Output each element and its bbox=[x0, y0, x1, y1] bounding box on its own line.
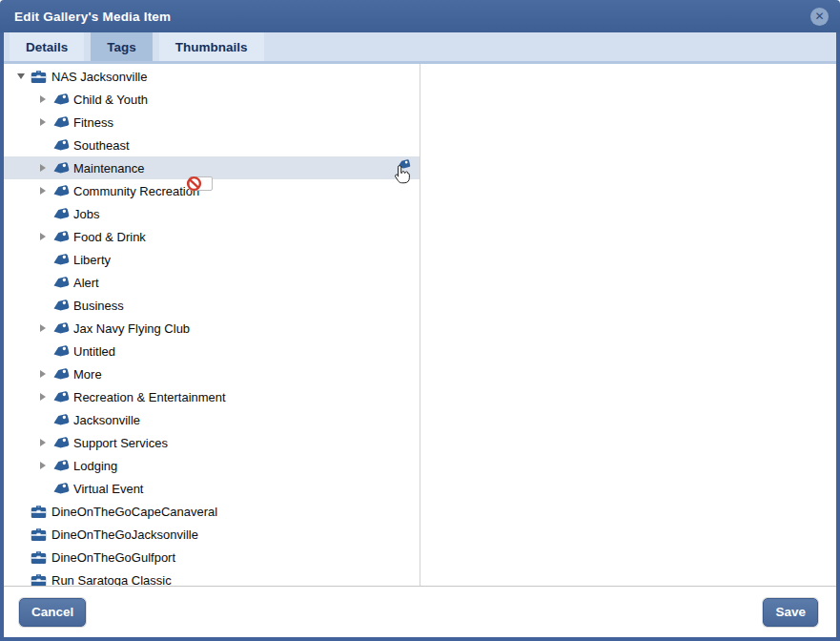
tree-item-label: Virtual Event bbox=[73, 482, 143, 496]
tree-item-label: Child & Youth bbox=[73, 93, 148, 107]
tab-tags[interactable]: Tags bbox=[91, 32, 153, 61]
tree-item-label: Run Saratoga Classic bbox=[51, 573, 172, 587]
tree-item-label: Recreation & Entertainment bbox=[73, 390, 226, 404]
tree-item-label: Maintenance bbox=[73, 161, 144, 176]
tag-icon bbox=[51, 458, 70, 474]
tag-icon bbox=[51, 92, 70, 108]
tag-icon bbox=[51, 275, 70, 291]
dialog-body: Details Tags Thumbnails NAS Jacksonville… bbox=[0, 32, 840, 641]
tree-item[interactable]: Recreation & Entertainment bbox=[4, 385, 420, 408]
tree-item[interactable]: More bbox=[4, 362, 420, 385]
detail-panel bbox=[420, 64, 836, 586]
tag-icon bbox=[51, 229, 70, 245]
tab-content: NAS Jacksonville Child & Youth Fitness S… bbox=[4, 64, 836, 586]
tree-item-label: Alert bbox=[73, 276, 99, 290]
arrow-glyph bbox=[40, 324, 46, 332]
arrow-glyph bbox=[40, 439, 46, 446]
tag-icon bbox=[51, 206, 70, 222]
arrow-glyph bbox=[40, 95, 46, 103]
close-button[interactable]: ✕ bbox=[810, 8, 829, 26]
tree-item-label: Jobs bbox=[73, 207, 99, 221]
tree-item[interactable]: Jacksonville bbox=[4, 408, 420, 431]
tree-item-label: Jax Navy Flying Club bbox=[73, 321, 190, 336]
arrow-glyph bbox=[40, 370, 46, 378]
tab-details[interactable]: Details bbox=[10, 32, 84, 61]
tree-item[interactable]: Business bbox=[4, 294, 420, 317]
tree-item-label: Support Services bbox=[73, 436, 168, 450]
tree-item-label: Liberty bbox=[73, 253, 111, 267]
edit-gallery-media-item-dialog: Edit Gallery's Media Item ✕ Details Tags… bbox=[0, 0, 840, 641]
expand-arrow-icon[interactable] bbox=[36, 164, 50, 172]
gallery-icon bbox=[30, 572, 48, 587]
gallery-icon bbox=[30, 549, 48, 566]
tag-icon bbox=[51, 343, 70, 360]
tree-item[interactable]: Jax Navy Flying Club bbox=[4, 317, 420, 340]
tree-item-label: Lodging bbox=[73, 459, 117, 473]
expand-arrow-icon[interactable] bbox=[36, 233, 50, 240]
tree-item[interactable]: Support Services bbox=[4, 431, 420, 454]
tab-thumbnails[interactable]: Thumbnails bbox=[159, 32, 264, 61]
arrow-glyph bbox=[40, 462, 46, 469]
arrow-glyph bbox=[17, 73, 25, 79]
tag-icon bbox=[51, 412, 70, 428]
tree-item-label: Fitness bbox=[73, 115, 113, 130]
tree-item-label: DineOnTheGoJacksonville bbox=[51, 527, 198, 542]
tree-item[interactable]: Alert bbox=[4, 271, 420, 294]
arrow-glyph bbox=[40, 164, 46, 172]
collapse-arrow-icon[interactable] bbox=[14, 73, 28, 79]
expand-arrow-icon[interactable] bbox=[36, 187, 50, 195]
tree-item-label: Business bbox=[73, 299, 124, 313]
cancel-button[interactable]: Cancel bbox=[19, 598, 86, 627]
expand-arrow-icon[interactable] bbox=[36, 95, 50, 103]
save-button[interactable]: Save bbox=[763, 598, 818, 627]
tag-icon bbox=[51, 389, 70, 405]
tree-item[interactable]: Fitness bbox=[4, 111, 420, 134]
expand-arrow-icon[interactable] bbox=[36, 462, 50, 469]
tree-item[interactable]: Food & Drink bbox=[4, 225, 420, 248]
tab-strip: Details Tags Thumbnails bbox=[4, 32, 836, 64]
tag-icon bbox=[51, 183, 70, 199]
tag-icon bbox=[51, 435, 70, 451]
tree-item[interactable]: Untitled bbox=[4, 340, 420, 362]
close-icon: ✕ bbox=[814, 10, 824, 22]
expand-arrow-icon[interactable] bbox=[36, 370, 50, 378]
tag-icon bbox=[51, 481, 70, 497]
tree-item-label: Community Recreation bbox=[73, 184, 199, 198]
tag-icon bbox=[51, 114, 70, 131]
tree-item[interactable]: Lodging bbox=[4, 454, 420, 477]
arrow-glyph bbox=[40, 233, 46, 240]
gallery-icon bbox=[30, 527, 48, 543]
arrow-glyph bbox=[40, 187, 46, 195]
arrow-glyph bbox=[40, 393, 46, 401]
dialog-title: Edit Gallery's Media Item bbox=[14, 10, 171, 24]
tree-item-label: DineOnTheGoGulfport bbox=[51, 550, 175, 565]
tree-item[interactable]: Virtual Event bbox=[4, 477, 420, 500]
tree-item[interactable]: Run Saratoga Classic bbox=[4, 569, 420, 586]
tag-icon bbox=[51, 366, 70, 383]
tree-item[interactable]: Community Recreation bbox=[4, 179, 420, 202]
tree-item[interactable]: Liberty bbox=[4, 248, 420, 271]
tree-item[interactable]: Maintenance bbox=[4, 156, 420, 179]
tree-item[interactable]: DineOnTheGoGulfport bbox=[4, 546, 420, 569]
tag-icon bbox=[51, 137, 70, 154]
tree-item[interactable]: NAS Jacksonville bbox=[4, 65, 420, 88]
expand-arrow-icon[interactable] bbox=[36, 324, 50, 332]
tree-item[interactable]: Southeast bbox=[4, 134, 420, 156]
dialog-footer: Cancel Save bbox=[4, 586, 836, 637]
tag-icon bbox=[51, 320, 70, 337]
gallery-icon bbox=[30, 504, 48, 520]
tree-item-label: More bbox=[73, 367, 102, 382]
tree-item[interactable]: Child & Youth bbox=[4, 88, 420, 111]
expand-arrow-icon[interactable] bbox=[36, 118, 50, 126]
tag-icon bbox=[51, 160, 70, 176]
tree-item-label: Jacksonville bbox=[73, 413, 140, 427]
tag-icon bbox=[51, 298, 70, 314]
dialog-titlebar: Edit Gallery's Media Item ✕ bbox=[0, 0, 840, 32]
expand-arrow-icon[interactable] bbox=[36, 393, 50, 401]
tree-item[interactable]: DineOnTheGoCapeCanaveral bbox=[4, 500, 420, 523]
tree-item[interactable]: DineOnTheGoJacksonville bbox=[4, 523, 420, 546]
expand-arrow-icon[interactable] bbox=[36, 439, 50, 446]
tree-item-label: Untitled bbox=[73, 344, 115, 359]
tree-item[interactable]: Jobs bbox=[4, 202, 420, 225]
tree-item-label: DineOnTheGoCapeCanaveral bbox=[51, 505, 217, 519]
